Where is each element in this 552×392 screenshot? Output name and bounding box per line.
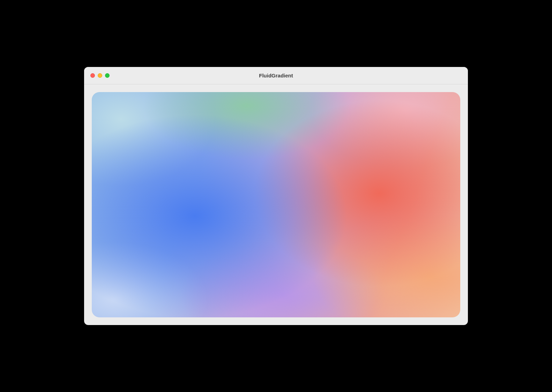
app-window: FluidGradient (84, 67, 468, 325)
window-titlebar[interactable]: FluidGradient (84, 67, 468, 84)
traffic-lights (84, 73, 110, 78)
window-content (84, 84, 468, 325)
close-icon[interactable] (90, 73, 95, 78)
window-title: FluidGradient (84, 73, 468, 78)
fluid-gradient-view (92, 92, 460, 317)
minimize-icon[interactable] (98, 73, 102, 78)
fullscreen-icon[interactable] (105, 73, 110, 78)
